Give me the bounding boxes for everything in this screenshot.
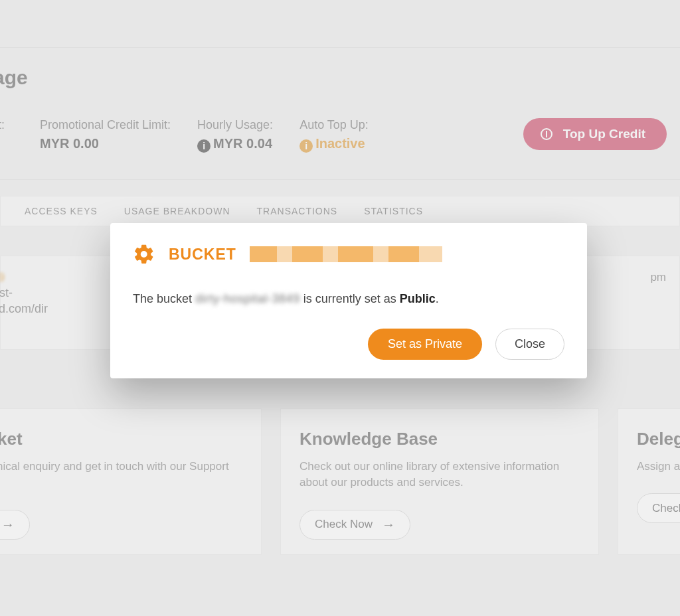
modal-header: BUCKET: [133, 243, 564, 266]
modal-actions: Set as Private Close: [133, 329, 564, 360]
modal-bucket-name-censored: [250, 246, 442, 262]
modal-body: The bucket dirty-hospital-3849 is curren…: [133, 292, 564, 306]
modal-title: BUCKET: [169, 246, 236, 264]
bucket-visibility-modal: BUCKET The bucket dirty-hospital-3849 is…: [110, 223, 587, 378]
modal-body-mid: is currently set as: [300, 292, 400, 305]
modal-body-prefix: The bucket: [133, 292, 195, 305]
close-button[interactable]: Close: [495, 329, 564, 360]
modal-body-state: Public: [400, 292, 436, 305]
modal-body-bucket-name: dirty-hospital-3849: [195, 292, 300, 305]
gear-icon: [133, 243, 155, 266]
modal-body-suffix: .: [436, 292, 439, 305]
set-as-private-button[interactable]: Set as Private: [368, 329, 482, 360]
